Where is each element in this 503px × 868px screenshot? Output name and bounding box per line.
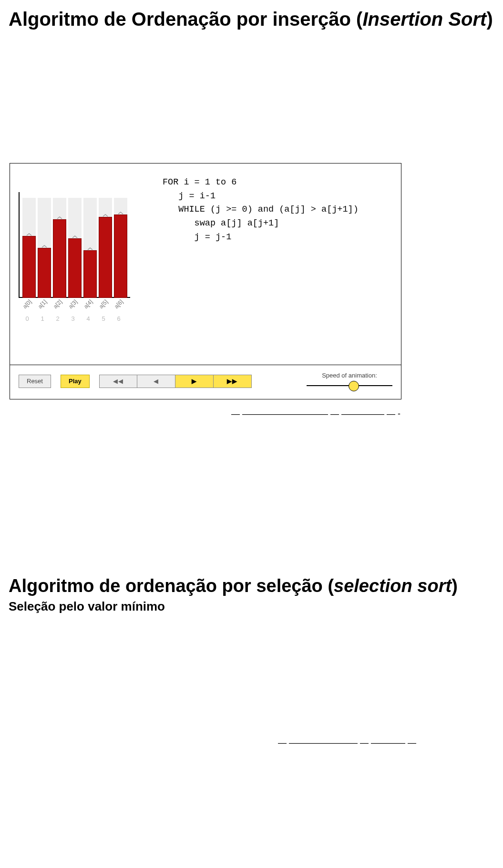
bar-index-label: 3	[65, 315, 81, 322]
bar-3[interactable]	[68, 238, 82, 298]
heading-insertion-sort: Algoritmo de Ordenação por inserção (Ins…	[9, 9, 494, 30]
pseudocode-block: FOR i = 1 to 6 j = i-1 WHILE (j >= 0) an…	[144, 174, 395, 350]
step-back-button[interactable]: ◀	[137, 375, 175, 388]
bar-index-label: 2	[50, 315, 65, 322]
play-button[interactable]: Play	[61, 375, 90, 388]
step-button-group: ◀◀ ◀ ▶ ▶▶	[99, 375, 252, 388]
step-back-fast-button[interactable]: ◀◀	[99, 375, 137, 388]
bar-category-label: a[2]	[50, 296, 66, 312]
bar-2[interactable]	[53, 219, 66, 298]
step-forward-fast-button[interactable]: ▶▶	[214, 375, 252, 388]
bar-category-label: a[5]	[96, 296, 112, 312]
separator-line: — —————————— — ————— — -	[9, 399, 400, 419]
bar-category-label: a[1]	[35, 296, 51, 312]
heading-text-en: Insertion Sort	[362, 9, 486, 30]
insertion-sort-widget: a[0]a[1]a[2]a[3]a[4]a[5]a[6] 0123456 FOR…	[10, 163, 401, 399]
slider-thumb[interactable]	[349, 381, 359, 391]
bar-handle-icon[interactable]	[23, 233, 35, 237]
controls-bar: Reset Play ◀◀ ◀ ▶ ▶▶ Speed of animation:	[10, 365, 401, 399]
heading-close-paren: )	[486, 9, 493, 30]
bar-index-label: 0	[20, 315, 35, 322]
subtitle-selection-sort: Seleção pelo valor mínimo	[9, 599, 494, 614]
bar-handle-icon[interactable]	[99, 214, 112, 218]
bar-5[interactable]	[99, 217, 112, 298]
separator-line-2: — ———————— — ———— —	[9, 738, 495, 748]
bar-index-label: 5	[96, 315, 111, 322]
bar-index-label: 1	[35, 315, 50, 322]
reset-button[interactable]: Reset	[19, 375, 51, 388]
bar-4[interactable]	[83, 250, 97, 298]
bar-handle-icon[interactable]	[114, 212, 127, 215]
bar-category-label: a[0]	[20, 296, 35, 312]
bar-0[interactable]	[22, 236, 36, 298]
bar-handle-icon[interactable]	[38, 245, 51, 249]
heading-selection-sort: Algoritmo de ordenação por seleção (sele…	[9, 576, 494, 596]
forward-icon: ▶	[192, 378, 197, 385]
fast-forward-icon: ▶▶	[227, 378, 237, 385]
bar-6[interactable]	[114, 214, 127, 298]
heading2-text-pt: Algoritmo de ordenação por seleção (	[9, 576, 334, 596]
back-icon: ◀	[154, 378, 159, 385]
bar-handle-icon[interactable]	[84, 247, 96, 251]
bar-category-label: a[3]	[65, 296, 81, 312]
bar-handle-icon[interactable]	[69, 235, 81, 239]
bar-handle-icon[interactable]	[53, 216, 66, 220]
bar-index-label: 4	[81, 315, 96, 322]
step-forward-button[interactable]: ▶	[175, 375, 214, 388]
bar-category-label: a[6]	[111, 296, 127, 312]
bar-chart: a[0]a[1]a[2]a[3]a[4]a[5]a[6] 0123456	[20, 174, 144, 350]
heading2-text-en: selection sort	[334, 576, 452, 596]
speed-label: Speed of animation:	[322, 372, 377, 379]
y-axis	[19, 192, 20, 298]
bar-index-label: 6	[111, 315, 126, 322]
heading2-close-paren: )	[452, 576, 458, 596]
heading-text-pt: Algoritmo de Ordenação por inserção (	[9, 9, 362, 30]
bar-category-label: a[4]	[81, 296, 96, 312]
speed-slider[interactable]	[307, 381, 392, 390]
rewind-icon: ◀◀	[113, 378, 123, 385]
bar-1[interactable]	[38, 248, 51, 298]
